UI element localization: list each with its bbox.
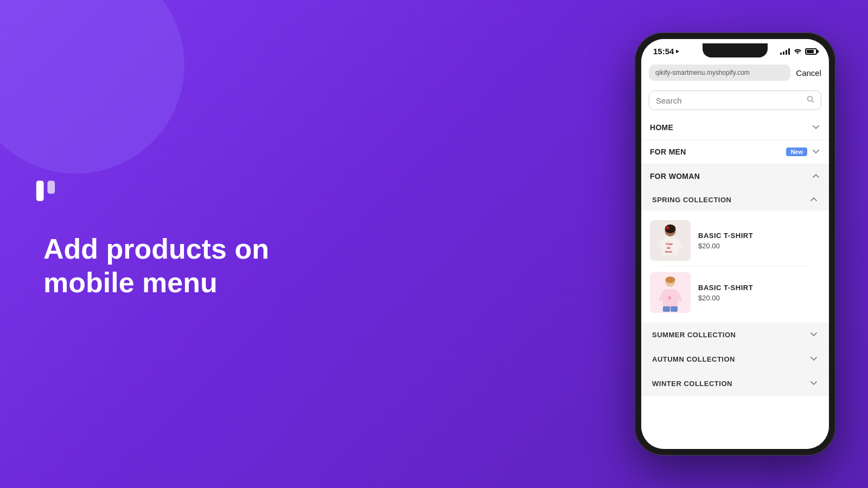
- spring-collection-label: SPRING COLLECTION: [652, 196, 731, 204]
- headline: Add products on mobile menu: [43, 232, 326, 300]
- menu-item-for-woman[interactable]: FOR WOMAN: [641, 164, 829, 189]
- svg-text:✿: ✿: [668, 296, 672, 300]
- product-image-2: ✿: [650, 272, 691, 313]
- svg-point-12: [666, 277, 675, 283]
- menu-item-for-men[interactable]: FOR MEN New: [641, 140, 829, 164]
- phone-frame: 15:54 ▸: [635, 33, 835, 455]
- autumn-collection-label: AUTUMN COLLECTION: [652, 355, 735, 363]
- wifi-icon: [793, 47, 802, 55]
- menu-item-for-woman-label: FOR WOMAN: [650, 172, 700, 181]
- products-section: Clair de lune. BASIC T-SHIRT $20.00: [641, 210, 829, 323]
- autumn-collection-item[interactable]: AUTUMN COLLECTION: [641, 347, 829, 371]
- menu-item-home-right: [812, 123, 820, 132]
- product-name-1: BASIC T-SHIRT: [698, 232, 820, 240]
- new-badge: New: [786, 147, 807, 156]
- product-item-1[interactable]: Clair de lune. BASIC T-SHIRT $20.00: [650, 215, 820, 266]
- chevron-down-summer: [809, 330, 818, 339]
- logo-icon: [33, 178, 59, 204]
- location-icon: ▸: [676, 48, 679, 55]
- product-price-2: $20.00: [698, 294, 820, 302]
- svg-text:Clair: Clair: [666, 242, 673, 246]
- signal-bars-icon: [780, 48, 790, 55]
- status-time: 15:54 ▸: [653, 47, 679, 56]
- battery-icon: [805, 48, 817, 55]
- svg-rect-13: [663, 306, 670, 312]
- svg-rect-0: [36, 181, 44, 201]
- chevron-down-icon-men: [812, 147, 820, 156]
- product-price-1: $20.00: [698, 242, 820, 250]
- bg-blob-1: [0, 0, 184, 174]
- svg-rect-1: [47, 181, 55, 194]
- for-woman-expanded: SPRING COLLECTION: [641, 189, 829, 396]
- chevron-down-icon: [812, 123, 820, 132]
- logo: [33, 178, 59, 204]
- chevron-up-spring: [809, 195, 818, 204]
- search-input[interactable]: [656, 96, 802, 105]
- right-section: 15:54 ▸: [635, 33, 868, 455]
- status-icons: [780, 47, 817, 55]
- search-bar[interactable]: [649, 91, 821, 110]
- chevron-down-winter: [809, 379, 818, 388]
- svg-rect-14: [671, 306, 678, 312]
- svg-text:lune.: lune.: [665, 250, 673, 253]
- browser-bar: qikify-smartmenu.myshopify.com Cancel: [641, 60, 829, 85]
- product-image-1: Clair de lune.: [650, 220, 691, 261]
- product-info-2: BASIC T-SHIRT $20.00: [698, 284, 820, 302]
- chevron-down-autumn: [809, 355, 818, 363]
- summer-collection-item[interactable]: SUMMER COLLECTION: [641, 323, 829, 347]
- winter-collection-item[interactable]: WINTER COLLECTION: [641, 371, 829, 396]
- product-item-2[interactable]: ✿ BASIC T-SHIRT $20.00: [650, 267, 820, 318]
- menu-item-home-label: HOME: [650, 123, 673, 132]
- search-icon: [807, 95, 814, 105]
- url-bar: qikify-smartmenu.myshopify.com: [649, 65, 790, 81]
- spring-collection-header[interactable]: SPRING COLLECTION: [641, 189, 829, 210]
- svg-text:de: de: [667, 246, 671, 249]
- menu-item-for-men-right: New: [786, 147, 820, 156]
- menu-item-for-men-label: FOR MEN: [650, 147, 686, 156]
- menu-item-for-woman-right: [812, 172, 820, 181]
- menu-item-home[interactable]: HOME: [641, 115, 829, 140]
- chevron-up-icon-woman: [812, 172, 820, 181]
- svg-point-6: [665, 226, 669, 229]
- winter-collection-label: WINTER COLLECTION: [652, 380, 732, 388]
- product-name-2: BASIC T-SHIRT: [698, 284, 820, 292]
- phone-notch: [703, 43, 768, 57]
- summer-collection-label: SUMMER COLLECTION: [652, 331, 736, 339]
- product-info-1: BASIC T-SHIRT $20.00: [698, 232, 820, 250]
- phone-screen: 15:54 ▸: [641, 39, 829, 449]
- left-section: Add products on mobile menu: [0, 156, 635, 332]
- cancel-button[interactable]: Cancel: [796, 68, 821, 78]
- content-area[interactable]: HOME FOR MEN New: [641, 85, 829, 449]
